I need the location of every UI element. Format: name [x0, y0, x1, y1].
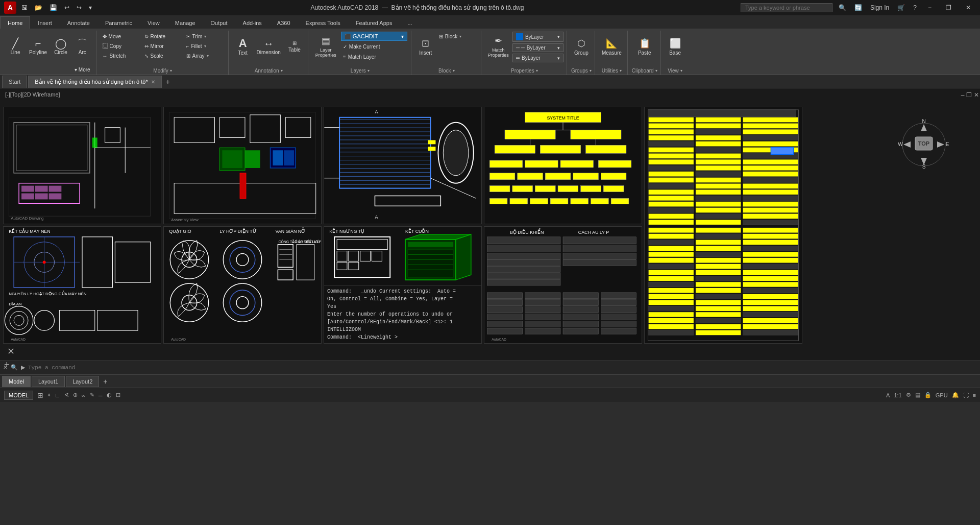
qat-redo[interactable]: ↪ — [75, 3, 84, 12]
polyline-btn[interactable]: ⌐ Polyline — [27, 32, 50, 61]
circle-btn[interactable]: ◯ Circle — [51, 32, 71, 61]
exchange-btn[interactable]: 🔄 — [852, 3, 864, 12]
sign-in-btn[interactable]: Sign In — [868, 3, 891, 12]
doc-tab-main[interactable]: Bản vẽ hệ thống điều hòa sử dụng trên ô … — [28, 76, 161, 88]
rotate-btn[interactable]: ↻ Rotate — [142, 32, 183, 41]
tab-more[interactable]: ... — [400, 16, 420, 29]
array-btn[interactable]: ⊞ Array ▾ — [184, 51, 225, 60]
viewport-scale-btn[interactable]: 1:1 — [894, 392, 901, 398]
ortho-btn[interactable]: ∟ — [55, 392, 60, 398]
close-btn[interactable]: ✕ — [961, 2, 976, 13]
doc-tab-start[interactable]: Start — [2, 76, 27, 88]
customize-btn[interactable]: ≡ — [973, 392, 976, 398]
help-btn[interactable]: ? — [911, 3, 919, 12]
tab-output[interactable]: Output — [203, 16, 235, 29]
insert-btn[interactable]: ⊡ Insert — [415, 32, 436, 61]
dimension-btn[interactable]: ↔ Dimension — [254, 32, 283, 61]
scale-btn[interactable]: ⤡ Scale — [142, 51, 183, 60]
qat-undo[interactable]: ↩ — [62, 3, 71, 12]
fillet-btn[interactable]: ⌐ Fillet ▾ — [184, 41, 225, 51]
group-btn[interactable]: ⬡ Group — [571, 32, 592, 61]
snap-btn[interactable]: ⌖ — [47, 392, 51, 398]
restore-viewport-btn[interactable]: ❐ — [966, 91, 972, 99]
dynamic-input-btn[interactable]: ✎ — [90, 392, 94, 398]
layers-expand[interactable]: ▾ — [368, 68, 370, 73]
color-selector[interactable]: ByLayer ▾ — [512, 32, 564, 42]
view-expand[interactable]: ▾ — [680, 68, 682, 73]
doc-tab-close-icon[interactable]: ✕ — [151, 79, 155, 85]
selection-cycling-btn[interactable]: ⊡ — [116, 392, 120, 398]
new-tab-btn[interactable]: + — [163, 78, 173, 86]
tab-a360[interactable]: A360 — [270, 16, 298, 29]
layout-tab-model[interactable]: Model — [2, 376, 31, 387]
qat-open[interactable]: 📂 — [33, 3, 44, 12]
osnap-btn[interactable]: ⊕ — [73, 392, 78, 398]
annotation-scale-btn[interactable]: A — [886, 392, 890, 398]
measure-btn[interactable]: 📐 Measure — [599, 32, 624, 61]
annotation-expand[interactable]: ▾ — [281, 68, 283, 73]
tab-annotate[interactable]: Annotate — [60, 16, 97, 29]
model-btn[interactable]: MODEL — [4, 391, 33, 400]
polar-btn[interactable]: ∢ — [64, 392, 69, 398]
properties-expand[interactable]: ▾ — [536, 68, 538, 73]
layout-tab-layout2[interactable]: Layout2 — [66, 376, 99, 387]
tab-addins[interactable]: Add-ins — [235, 16, 270, 29]
move-btn[interactable]: ✥ Move — [101, 32, 141, 41]
full-screen-btn[interactable]: ⛶ — [963, 392, 969, 398]
tab-view[interactable]: View — [140, 16, 167, 29]
block-expand[interactable]: ▾ — [453, 68, 455, 73]
qat-new[interactable]: 🖫 — [19, 3, 30, 12]
utilities-expand[interactable]: ▾ — [620, 68, 622, 73]
text-btn[interactable]: A Text — [233, 32, 253, 61]
hardware-accel-btn[interactable]: GPU — [936, 392, 948, 398]
qat-save[interactable]: 💾 — [47, 3, 59, 12]
trim-btn[interactable]: ✂ Trim ▾ — [184, 32, 225, 41]
title-search-input[interactable] — [741, 3, 832, 12]
minimize-viewport-btn[interactable]: − — [961, 91, 965, 100]
workspace-btn[interactable]: ⚙ — [906, 392, 911, 398]
transparency-btn[interactable]: ◐ — [107, 392, 112, 398]
stretch-btn[interactable]: ↔ Stretch — [101, 51, 141, 60]
add-layout-btn[interactable]: + — [100, 377, 110, 386]
grid-btn[interactable]: ⊞ — [37, 391, 43, 399]
tab-home[interactable]: Home — [0, 16, 30, 29]
lineweight-btn[interactable]: ═ — [99, 392, 103, 398]
block-btn[interactable]: ⊞ Block ▾ — [437, 32, 478, 41]
make-current-btn[interactable]: ✓ Make Current — [341, 42, 407, 51]
paste-btn[interactable]: 📋 Paste — [634, 32, 655, 61]
layout-tab-layout1[interactable]: Layout1 — [32, 376, 65, 387]
command-input[interactable] — [28, 365, 977, 371]
tab-parametric[interactable]: Parametric — [97, 16, 140, 29]
table-btn[interactable]: ⊞ Table — [284, 32, 305, 61]
units-btn[interactable]: ▤ — [915, 392, 920, 398]
tab-manage[interactable]: Manage — [167, 16, 203, 29]
modify-expand[interactable]: ▾ — [170, 68, 172, 73]
tab-featured[interactable]: Featured Apps — [348, 16, 400, 29]
mirror-btn[interactable]: ⇔ Mirror — [142, 41, 183, 51]
match-properties-btn[interactable]: ✒ MatchProperties — [485, 32, 511, 61]
line-btn[interactable]: ╱ Line — [5, 32, 26, 61]
arc-btn[interactable]: ⌒ Arc — [72, 32, 93, 61]
notification-btn[interactable]: 🔔 — [952, 392, 959, 398]
lineweight-selector[interactable]: ═ ByLayer ▾ — [512, 54, 564, 62]
qat-more[interactable]: ▾ — [87, 3, 94, 12]
linetype-selector[interactable]: ─ ─ ByLayer ▾ — [512, 43, 564, 52]
restore-btn[interactable]: ❐ — [941, 2, 957, 13]
layer-selector[interactable]: ⬛ GACHDIT ▾ — [341, 32, 407, 41]
tab-insert[interactable]: Insert — [30, 16, 60, 29]
tab-express[interactable]: Express Tools — [298, 16, 348, 29]
groups-expand[interactable]: ▾ — [590, 68, 592, 73]
info-center-btn[interactable]: 🔍 — [837, 3, 848, 12]
collab-btn[interactable]: 🛒 — [895, 3, 907, 12]
otrack-btn[interactable]: ∞ — [82, 392, 86, 398]
draw-more-btn[interactable]: ▾ More — [72, 62, 93, 77]
clipboard-expand[interactable]: ▾ — [655, 68, 657, 73]
cmd-scroll-btn[interactable]: 🔍 — [11, 364, 18, 371]
lock-btn[interactable]: 🔒 — [924, 392, 932, 398]
match-layer-btn[interactable]: ≡ Match Layer — [341, 52, 407, 61]
minimize-btn[interactable]: − — [923, 2, 937, 13]
base-btn[interactable]: ⬜ Base — [665, 32, 685, 61]
copy-btn[interactable]: ⿺ Copy — [101, 41, 141, 51]
close-viewport-btn[interactable]: ✕ — [974, 91, 979, 99]
layer-properties-btn[interactable]: ▤ LayerProperties — [313, 32, 339, 61]
